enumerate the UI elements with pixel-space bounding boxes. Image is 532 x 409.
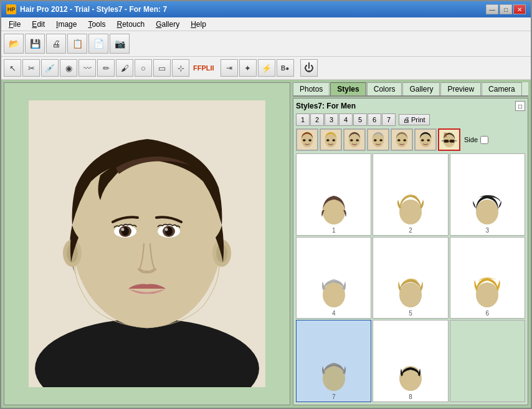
camera-button[interactable]: 📷	[110, 34, 130, 54]
num-btn-5[interactable]: 5	[353, 113, 367, 126]
num-btn-3[interactable]: 3	[325, 113, 338, 126]
svg-point-19	[308, 139, 311, 141]
tool-arrow[interactable]: ⇥	[221, 59, 238, 77]
avatar-5[interactable]	[391, 128, 413, 151]
avatar-4[interactable]	[367, 128, 389, 151]
svg-point-30	[374, 139, 377, 141]
num-btn-4[interactable]: 4	[339, 113, 353, 126]
side-label: Side	[464, 136, 478, 143]
hair-svg-4	[312, 271, 356, 309]
tab-camera[interactable]: Camera	[482, 82, 522, 95]
svg-rect-42	[444, 133, 447, 138]
tab-photos[interactable]: Photos	[293, 82, 330, 95]
maximize-button[interactable]: □	[500, 4, 512, 14]
toolbar1: 📂 💾 🖨 📋 📄 📷	[1, 31, 531, 57]
svg-point-23	[332, 139, 335, 141]
svg-point-35	[403, 139, 406, 141]
tab-preview[interactable]: Preview	[440, 82, 481, 95]
avatar-6[interactable]	[414, 128, 437, 151]
expand-button[interactable]: □	[515, 101, 525, 111]
hair-svg-2	[389, 188, 432, 226]
tab-styles[interactable]: Styles	[330, 82, 366, 95]
avatar-3[interactable]	[343, 128, 366, 151]
menu-image[interactable]: Image	[51, 19, 82, 30]
menu-bar: File Edit Image Tools Retouch Gallery He…	[1, 17, 531, 31]
print-label: Print	[411, 116, 425, 123]
num-btn-1[interactable]: 1	[296, 113, 310, 126]
wave-tool[interactable]: 〰	[78, 59, 96, 77]
tab-bar: Photos Styles Colors Gallery Preview Cam…	[293, 82, 528, 97]
avatar-7[interactable]	[438, 128, 460, 151]
hair-style-3[interactable]: 3	[450, 153, 525, 236]
svg-rect-45	[444, 140, 449, 143]
tool-wand[interactable]: ✦	[239, 59, 257, 77]
tool-lightning[interactable]: ⚡	[258, 59, 275, 77]
photo-area	[4, 82, 290, 405]
paste-button[interactable]: 📄	[88, 34, 108, 54]
number-row: 1 2 3 4 5 6 7 🖨 Print	[296, 113, 525, 126]
hair-style-8[interactable]: 8	[373, 320, 448, 402]
styles-title: Styles7: For Men	[296, 102, 356, 110]
toolbar-row-1: 📂 💾 🖨 📋 📄 📷	[4, 32, 528, 55]
menu-retouch[interactable]: Retouch	[112, 19, 150, 30]
toolbar2: ↖ ✂ 💉 ◉ 〰 ✏ 🖌 ○ ▭ ⊹ FFPLII ⇥ ✦ ⚡ B● ⏻	[1, 57, 531, 80]
right-panel: Photos Styles Colors Gallery Preview Cam…	[293, 82, 528, 405]
brush-tool[interactable]: 🖌	[116, 59, 133, 77]
hair-style-1[interactable]: 1	[296, 153, 371, 236]
num-btn-7[interactable]: 7	[382, 113, 396, 126]
tab-colors[interactable]: Colors	[367, 82, 402, 95]
eyedropper-tool[interactable]: 💉	[41, 59, 59, 77]
svg-point-26	[350, 139, 353, 141]
menu-edit[interactable]: Edit	[27, 19, 50, 30]
save-button[interactable]: 💾	[25, 34, 45, 54]
print-styles-button[interactable]: 🖨 Print	[399, 114, 430, 125]
side-checkbox[interactable]	[480, 136, 488, 144]
open-button[interactable]: 📂	[4, 34, 24, 54]
menu-tools[interactable]: Tools	[83, 19, 110, 30]
svg-point-54	[399, 282, 422, 307]
circle-tool[interactable]: ◉	[60, 59, 77, 77]
svg-point-11	[165, 228, 168, 231]
minimize-button[interactable]: —	[486, 4, 498, 14]
menu-file[interactable]: File	[4, 19, 26, 30]
avatar-2[interactable]	[320, 128, 342, 151]
title-bar: HP Hair Pro 2012 - Trial - Styles7 - For…	[1, 1, 531, 17]
crop-tool[interactable]: ⊹	[172, 59, 189, 77]
num-btn-2[interactable]: 2	[310, 113, 324, 126]
select-tool[interactable]: ↖	[4, 59, 21, 77]
svg-point-51	[399, 200, 422, 224]
avatar-1[interactable]	[296, 128, 318, 151]
svg-point-22	[326, 139, 330, 141]
copy-button[interactable]: 📋	[67, 34, 87, 54]
pencil-tool[interactable]: ✏	[97, 59, 115, 77]
print-button[interactable]: 🖨	[46, 34, 66, 54]
svg-point-18	[303, 139, 306, 141]
hair-svg-3	[465, 188, 509, 226]
ellipse-tool[interactable]: ○	[135, 59, 152, 77]
scissors-tool[interactable]: ✂	[22, 59, 40, 77]
hair-num-1: 1	[332, 227, 336, 234]
hair-num-3: 3	[486, 227, 490, 234]
tool-power[interactable]: ⏻	[300, 59, 318, 77]
menu-gallery[interactable]: Gallery	[151, 19, 184, 30]
hair-style-6[interactable]: 6	[450, 237, 525, 319]
hair-style-4[interactable]: 4	[296, 237, 371, 319]
hair-style-7[interactable]: 7	[296, 320, 371, 402]
svg-point-50	[323, 200, 345, 224]
hair-svg-8	[389, 355, 432, 392]
hair-num-2: 2	[409, 227, 412, 234]
hair-style-5[interactable]: 5	[373, 237, 448, 319]
tool-b[interactable]: B●	[277, 59, 294, 77]
hair-style-2[interactable]: 2	[373, 153, 448, 236]
svg-point-39	[427, 139, 430, 141]
tab-gallery[interactable]: Gallery	[402, 82, 440, 95]
window-title: Hair Pro 2012 - Trial - Styles7 - For Me…	[20, 5, 167, 14]
close-button[interactable]: ✕	[513, 4, 526, 14]
app-icon: HP	[6, 4, 16, 14]
svg-point-7	[121, 228, 125, 231]
hair-grid: 1 2	[296, 153, 525, 402]
svg-point-55	[476, 282, 498, 307]
menu-help[interactable]: Help	[186, 19, 211, 30]
rectangle-tool[interactable]: ▭	[153, 59, 171, 77]
num-btn-6[interactable]: 6	[368, 113, 381, 126]
